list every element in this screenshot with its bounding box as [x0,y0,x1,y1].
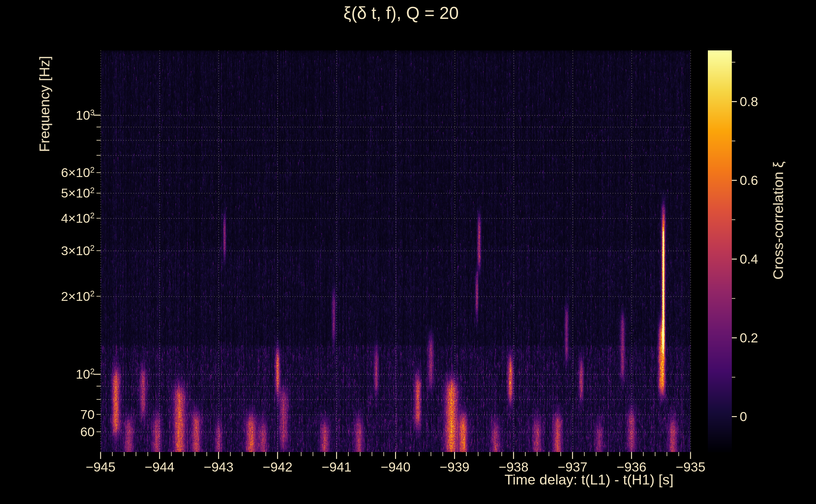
y-tick-label: 4×102 [61,212,95,225]
y-tick-label: 60 [80,425,95,438]
y-tick-label: 70 [80,408,95,421]
x-tick-label: −936 [617,461,647,474]
y-axis-label: Frequency [Hz] [37,56,52,152]
x-tick-label: −943 [204,461,234,474]
y-tick-label: 102 [76,368,95,381]
x-tick-label: −945 [86,461,116,474]
colorbar-label: Cross-correlation ξ [771,161,785,279]
chart-title: ξ(δ t, f), Q = 20 [343,4,458,22]
heatmap-canvas [0,0,816,504]
y-tick-label: 2×102 [61,289,95,303]
y-tick-label: 3×102 [61,244,95,257]
x-tick-label: −937 [557,461,587,474]
y-tick-label: 6×102 [61,166,95,180]
figure-page: { "chart": { "title": "ξ(δ t, f), Q = 20… [0,0,816,504]
colorbar-tick-label: 0.4 [740,253,758,266]
x-tick-label: −939 [440,461,469,474]
x-tick-label: −935 [676,461,706,474]
x-tick-label: −942 [263,461,293,474]
colorbar-tick-label: 0.6 [740,174,758,187]
y-tick-label: 5×102 [61,186,95,200]
x-tick-label: −938 [498,461,528,474]
x-tick-label: −941 [322,461,352,474]
colorbar-tick-label: 0 [740,410,747,423]
colorbar-tick-label: 0.2 [740,331,758,345]
y-tick-label: 103 [76,108,95,122]
colorbar-tick-label: 0.8 [740,95,758,108]
x-tick-label: −940 [381,461,411,474]
x-axis-label: Time delay: t(L1) - t(H1) [s] [504,473,674,487]
x-tick-label: −944 [145,461,175,474]
